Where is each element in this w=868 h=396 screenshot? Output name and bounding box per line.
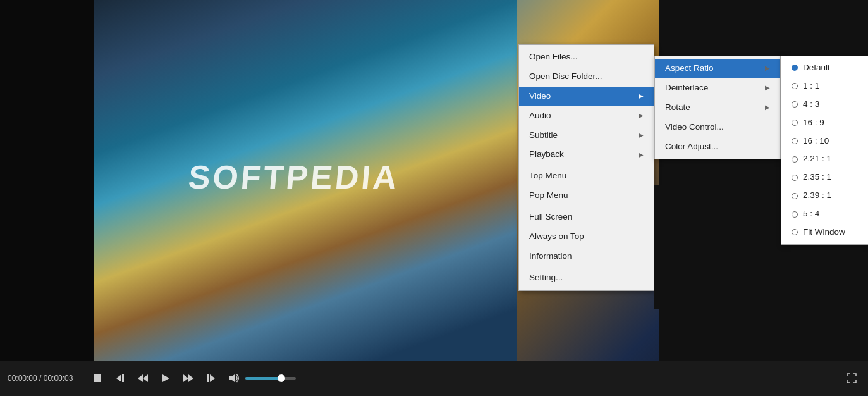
next-button[interactable] [202, 369, 220, 387]
arrow-icon: ▶ [639, 92, 644, 101]
arrow-icon: ▶ [765, 103, 770, 112]
aspect-2-39-1[interactable]: 2.39 : 1 [781, 187, 868, 205]
arrow-icon: ▶ [765, 64, 770, 73]
radio-empty-icon [792, 101, 798, 108]
radio-empty-icon [792, 120, 798, 126]
context-menu: Open Files... Open Disc Folder... Video … [518, 44, 654, 291]
video-submenu: Aspect Ratio ▶ Deinterlace ▶ Rotate ▶ Vi… [654, 56, 781, 159]
menu-item-pop-menu[interactable]: Pop Menu [519, 186, 654, 206]
control-bar: 00:00:00 / 00:00:03 [0, 361, 868, 396]
submenu-video-controls[interactable]: Video Control... [655, 118, 780, 137]
volume-bar[interactable] [245, 377, 296, 380]
softpedia-watermark: SOFTPEDIA [186, 158, 401, 196]
submenu-rotate[interactable]: Rotate ▶ [655, 98, 780, 118]
arrow-icon: ▶ [639, 131, 644, 140]
radio-empty-icon [792, 83, 798, 89]
menu-item-open-disc[interactable]: Open Disc Folder... [519, 67, 654, 87]
menu-item-playback[interactable]: Playback ▶ [519, 145, 654, 164]
radio-empty-icon [792, 138, 798, 144]
play-button[interactable] [157, 369, 174, 387]
radio-selected-icon [792, 65, 798, 71]
aspect-2-35-1[interactable]: 2.35 : 1 [781, 168, 868, 187]
menu-item-top-menu[interactable]: Top Menu [519, 166, 654, 186]
video-left-panel [0, 0, 94, 361]
submenu-color-adjust[interactable]: Color Adjust... [655, 137, 780, 157]
menu-item-video[interactable]: Video ▶ [519, 87, 654, 106]
radio-empty-icon [792, 175, 798, 181]
svg-marker-1 [116, 374, 121, 382]
menu-item-setting[interactable]: Setting... [519, 268, 654, 288]
svg-marker-8 [210, 374, 215, 382]
svg-marker-4 [138, 374, 143, 382]
aspect-default[interactable]: Default [781, 59, 868, 77]
volume-fill [245, 377, 280, 380]
radio-empty-icon [792, 211, 798, 218]
menu-item-always-on-top[interactable]: Always on Top [519, 227, 654, 247]
svg-rect-2 [122, 374, 124, 382]
rewind-button[interactable] [134, 369, 152, 387]
submenu-aspect-ratio[interactable]: Aspect Ratio ▶ [655, 59, 780, 78]
submenu-deinterlace[interactable]: Deinterlace ▶ [655, 78, 780, 98]
radio-empty-icon [792, 193, 798, 199]
svg-marker-10 [229, 374, 235, 382]
volume-knob[interactable] [278, 374, 285, 382]
aspect-2-21-1[interactable]: 2.21 : 1 [781, 150, 868, 168]
menu-item-open-files[interactable]: Open Files... [519, 47, 654, 67]
menu-item-subtitle[interactable]: Subtitle ▶ [519, 126, 654, 145]
radio-empty-icon [792, 229, 798, 235]
svg-rect-0 [94, 374, 101, 382]
time-display: 00:00:00 / 00:00:03 [8, 374, 83, 383]
aspect-1-1[interactable]: 1 : 1 [781, 77, 868, 96]
aspect-4-3[interactable]: 4 : 3 [781, 96, 868, 114]
svg-rect-9 [207, 374, 209, 382]
menu-item-full-screen[interactable]: Full Screen [519, 207, 654, 227]
arrow-icon: ▶ [639, 111, 644, 120]
prev-button[interactable] [111, 369, 129, 387]
forward-button[interactable] [180, 369, 197, 387]
volume-button[interactable] [225, 369, 243, 387]
video-content: SOFTPEDIA [94, 0, 517, 361]
volume-control[interactable] [225, 369, 296, 387]
svg-marker-7 [188, 374, 193, 382]
aspect-fit-window[interactable]: Fit Window [781, 223, 868, 242]
svg-marker-3 [143, 374, 148, 382]
menu-item-information[interactable]: Information [519, 247, 654, 266]
submenu-black-bg [654, 185, 781, 309]
svg-marker-5 [162, 374, 169, 382]
fullscreen-button[interactable] [843, 369, 860, 387]
arrow-icon: ▶ [765, 84, 770, 92]
aspect-5-4[interactable]: 5 : 4 [781, 205, 868, 223]
radio-empty-icon [792, 156, 798, 163]
menu-item-audio[interactable]: Audio ▶ [519, 106, 654, 126]
svg-marker-6 [183, 374, 188, 382]
arrow-icon: ▶ [639, 151, 644, 159]
aspect-16-10[interactable]: 16 : 10 [781, 132, 868, 151]
stop-button[interactable] [89, 369, 106, 387]
aspect-16-9[interactable]: 16 : 9 [781, 114, 868, 132]
aspect-ratio-submenu: Default 1 : 1 4 : 3 16 : 9 16 : 10 2.21 … [781, 56, 868, 245]
